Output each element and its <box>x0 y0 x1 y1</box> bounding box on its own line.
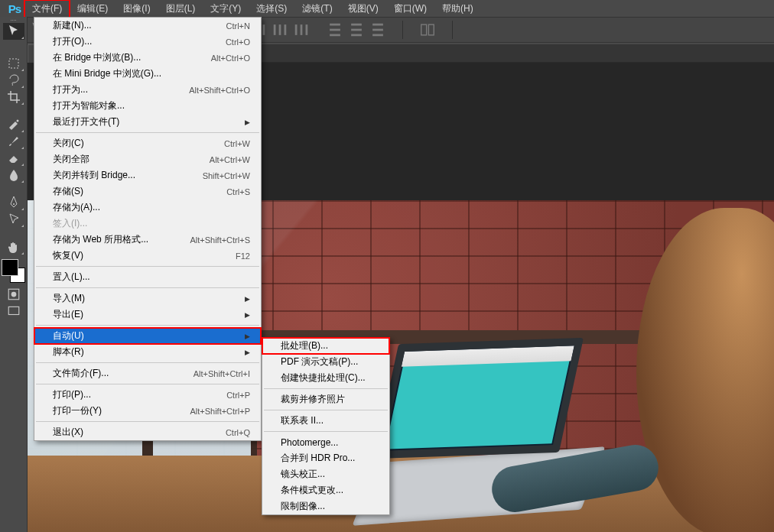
auto-menu-item[interactable]: PDF 演示文稿(P)... <box>262 354 389 370</box>
auto-menu-item[interactable]: 联系表 II... <box>262 413 389 429</box>
move-tool[interactable] <box>3 23 24 40</box>
auto-menu-item[interactable]: 合并到 HDR Pro... <box>262 450 389 466</box>
menu-item-label: 创建快捷批处理(C)... <box>281 371 366 384</box>
file-menu-item[interactable]: 新建(N)...Ctrl+N <box>34 18 261 34</box>
auto-submenu[interactable]: 批处理(B)...PDF 演示文稿(P)...创建快捷批处理(C)...裁剪并修… <box>262 337 390 515</box>
auto-align-icon[interactable] <box>418 21 437 39</box>
distribute-v2-icon[interactable] <box>347 21 366 39</box>
menu-bar: Ps 文件(F)编辑(E)图像(I)图层(L)文字(Y)选择(S)滤镜(T)视图… <box>0 0 774 17</box>
menu-item-label: 打印一份(Y) <box>53 404 102 417</box>
file-menu-item[interactable]: 在 Mini Bridge 中浏览(G)... <box>34 66 261 82</box>
file-menu-item[interactable]: 打开(O)...Ctrl+O <box>34 34 261 50</box>
path-selection-tool[interactable] <box>3 211 24 228</box>
file-menu-item[interactable]: 打开为...Alt+Shift+Ctrl+O <box>34 82 261 98</box>
menu-item-label: 自动(U) <box>53 329 84 342</box>
file-menu-item[interactable]: 关闭并转到 Bridge...Shift+Ctrl+W <box>34 167 261 183</box>
distribute-v-icon[interactable] <box>326 21 344 39</box>
auto-menu-item[interactable]: 限制图像... <box>262 498 389 514</box>
menu-item-shortcut: F12 <box>236 251 250 261</box>
menu-item-label: 导出(E) <box>53 308 83 321</box>
auto-menu-item[interactable]: 裁剪并修齐照片 <box>262 391 389 407</box>
auto-menu-item[interactable]: 条件模式更改... <box>262 482 389 498</box>
file-menu-item[interactable]: 存储(S)Ctrl+S <box>34 183 261 200</box>
marquee-tool[interactable] <box>3 55 24 72</box>
menu-edit[interactable]: 编辑(E) <box>70 0 115 18</box>
menu-image[interactable]: 图像(I) <box>115 0 158 18</box>
distribute-group-v <box>326 21 387 39</box>
file-menu-item[interactable]: 退出(X)Ctrl+Q <box>34 424 261 440</box>
distribute-v3-icon[interactable] <box>369 21 387 39</box>
menu-item-shortcut: Ctrl+Q <box>226 428 250 437</box>
menu-view[interactable]: 视图(V) <box>340 0 386 18</box>
menu-item-label: 导入(M) <box>53 292 85 305</box>
svg-rect-23 <box>285 24 287 35</box>
foreground-color[interactable] <box>2 260 18 275</box>
menu-separator <box>264 388 388 389</box>
file-menu-item[interactable]: 导出(E) <box>34 307 261 323</box>
blur-tool[interactable] <box>3 167 24 183</box>
svg-point-42 <box>11 292 16 297</box>
file-menu-item[interactable]: 关闭全部Alt+Ctrl+W <box>34 151 261 167</box>
menu-window[interactable]: 窗口(W) <box>386 0 434 18</box>
menu-file[interactable]: 文件(F) <box>24 0 70 18</box>
file-menu-item[interactable]: 导入(M) <box>34 290 261 307</box>
menu-layer[interactable]: 图层(L) <box>158 0 203 18</box>
menu-item-label: Photomerge... <box>281 437 338 448</box>
menu-item-label: 在 Mini Bridge 中浏览(G)... <box>53 67 161 80</box>
file-menu-item[interactable]: 存储为(A)... <box>34 200 261 216</box>
menu-item-label: 关闭(C) <box>53 137 84 150</box>
quick-mask-icon[interactable] <box>7 287 21 301</box>
menu-help[interactable]: 帮助(H) <box>434 0 481 18</box>
menu-item-shortcut: Alt+Shift+Ctrl+P <box>190 407 250 416</box>
menu-item-shortcut: Alt+Ctrl+W <box>210 155 250 164</box>
svg-rect-30 <box>351 24 362 26</box>
menu-separator <box>264 431 388 432</box>
color-swatches[interactable] <box>2 260 25 283</box>
panel-grip[interactable] <box>0 17 27 23</box>
menu-item-shortcut: Shift+Ctrl+W <box>203 171 250 180</box>
eraser-tool[interactable] <box>3 150 24 167</box>
svg-rect-24 <box>295 24 298 35</box>
file-menu-item[interactable]: 存储为 Web 所用格式...Alt+Shift+Ctrl+S <box>34 232 261 248</box>
menu-select[interactable]: 选择(S) <box>249 0 294 18</box>
lasso-tool[interactable] <box>3 72 24 89</box>
file-menu-item[interactable]: 打开为智能对象... <box>34 98 261 114</box>
file-menu-item[interactable]: 最近打开文件(T) <box>34 114 261 130</box>
file-menu-item[interactable]: 恢复(V)F12 <box>34 248 261 264</box>
menu-item-label: 联系表 II... <box>281 414 324 427</box>
file-menu[interactable]: 新建(N)...Ctrl+N打开(O)...Ctrl+O在 Bridge 中浏览… <box>34 17 262 441</box>
distribute-h3-icon[interactable] <box>292 21 311 39</box>
person-hair <box>636 208 774 532</box>
auto-menu-item[interactable]: 批处理(B)... <box>262 338 389 354</box>
menu-item-shortcut: Ctrl+O <box>226 37 250 47</box>
brush-tool[interactable] <box>3 133 24 150</box>
file-menu-item[interactable]: 打印一份(Y)Alt+Shift+Ctrl+P <box>34 403 261 419</box>
auto-menu-item[interactable]: 镜头校正... <box>262 466 389 482</box>
distribute-h2-icon[interactable] <box>271 21 289 39</box>
menu-item-label: 在 Bridge 中浏览(B)... <box>53 51 141 64</box>
file-menu-item[interactable]: 脚本(R) <box>34 344 261 360</box>
menu-type[interactable]: 文字(Y) <box>203 0 249 18</box>
menu-item-label: 存储为(A)... <box>53 201 100 214</box>
pen-tool[interactable] <box>3 194 24 211</box>
hand-tool[interactable] <box>3 238 24 255</box>
crop-tool[interactable] <box>3 89 24 105</box>
auto-menu-item[interactable]: Photomerge... <box>262 434 389 450</box>
file-menu-item[interactable]: 置入(L)... <box>34 269 261 285</box>
svg-rect-27 <box>330 24 340 26</box>
menu-item-label: 退出(X) <box>53 426 83 439</box>
file-menu-item[interactable]: 自动(U) <box>34 328 261 344</box>
separator <box>452 21 453 39</box>
menu-filter[interactable]: 滤镜(T) <box>294 0 340 18</box>
file-menu-item[interactable]: 文件简介(F)...Alt+Shift+Ctrl+I <box>34 365 261 381</box>
auto-menu-item[interactable]: 创建快捷批处理(C)... <box>262 370 389 386</box>
menu-item-shortcut: Ctrl+N <box>226 21 250 31</box>
file-menu-item[interactable]: 关闭(C)Ctrl+W <box>34 135 261 151</box>
file-menu-item[interactable]: 打印(P)...Ctrl+P <box>34 387 261 403</box>
menu-item-label: 新建(N)... <box>53 19 92 32</box>
healing-brush-tool[interactable] <box>3 116 24 133</box>
menu-item-shortcut: Ctrl+S <box>226 187 250 196</box>
screen-mode-icon[interactable] <box>7 304 21 318</box>
menu-item-label: 批处理(B)... <box>281 339 328 352</box>
file-menu-item[interactable]: 在 Bridge 中浏览(B)...Alt+Ctrl+O <box>34 50 261 66</box>
